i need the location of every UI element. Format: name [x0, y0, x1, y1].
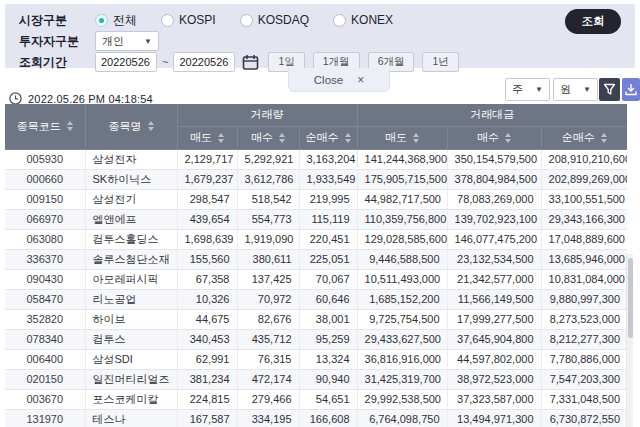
table-row[interactable]: 006400삼성SDI62,99176,31513,32436,816,916,… [5, 349, 627, 369]
value-net-cell: 33,100,551,500 [541, 189, 627, 209]
filter-button[interactable] [599, 78, 620, 101]
sort-icon[interactable] [279, 133, 285, 143]
radio-market-kosdaq[interactable]: KOSDAQ [240, 13, 309, 27]
funnel-icon [603, 83, 616, 96]
radio-icon [240, 14, 253, 27]
table-row[interactable]: 352820하이브44,67582,67638,0019,725,754,500… [5, 309, 627, 329]
volume-buy-cell: 518,542 [237, 189, 299, 209]
vertical-scrollbar[interactable] [626, 254, 633, 427]
table-row[interactable]: 090430아모레퍼시픽67,358137,42570,06710,511,49… [5, 269, 627, 289]
period-1year-button[interactable]: 1년 [422, 52, 458, 72]
sort-icon[interactable] [345, 133, 351, 143]
stock-table: 종목코드 종목명 거래량 거래대금 매도 [5, 104, 633, 427]
search-button[interactable]: 조회 [565, 9, 621, 34]
stock-name-cell: 리노공업 [85, 289, 177, 309]
value-sell-cell: 10,511,493,000 [357, 269, 447, 289]
table-row[interactable]: 336370솔루스첨단소재155,560380,611225,0519,446,… [5, 249, 627, 269]
download-button[interactable] [622, 78, 640, 101]
col-header-value-net[interactable]: 순매수 [541, 126, 627, 149]
value-buy-cell: 13,494,971,300 [447, 409, 541, 427]
volume-buy-cell: 334,195 [237, 409, 299, 427]
table-row[interactable]: 000660SK하이닉스1,679,2373,612,7861,933,5491… [5, 169, 627, 189]
volume-net-cell: 95,259 [299, 329, 357, 349]
sort-icon[interactable] [148, 121, 154, 131]
radio-icon [333, 14, 346, 27]
volume-buy-cell: 554,773 [237, 209, 299, 229]
table-row[interactable]: 005930삼성전자2,129,7175,292,9213,163,204141… [5, 149, 627, 169]
investor-filter-row: 투자자구분 개인 ▼ [19, 31, 635, 51]
col-header-stock-code[interactable]: 종목코드 [5, 104, 85, 149]
col-header-volume-net[interactable]: 순매수 [299, 126, 357, 149]
group-header-volume: 거래량 [177, 104, 357, 126]
value-sell-cell: 31,425,319,700 [357, 369, 447, 389]
value-buy-cell: 37,323,587,000 [447, 389, 541, 409]
col-header-volume-sell[interactable]: 매도 [177, 126, 237, 149]
col-header-stock-name[interactable]: 종목명 [85, 104, 177, 149]
volume-sell-cell: 2,129,717 [177, 149, 237, 169]
value-buy-cell: 350,154,579,500 [447, 149, 541, 169]
value-net-cell: 29,343,166,300 [541, 209, 627, 229]
close-tab[interactable]: Close × [288, 68, 390, 92]
close-icon[interactable]: × [357, 73, 364, 87]
volume-sell-cell: 44,675 [177, 309, 237, 329]
scrollbar-thumb[interactable] [628, 258, 633, 338]
market-filter-label: 시장구분 [19, 12, 95, 29]
table-row[interactable]: 131970테스나167,587334,195166,6086,764,098,… [5, 409, 627, 427]
radio-label: 전체 [113, 12, 137, 29]
group-header-value: 거래대금 [357, 104, 627, 126]
radio-market-all[interactable]: 전체 [95, 12, 137, 29]
stock-code-cell: 003670 [5, 389, 85, 409]
value-sell-cell: 36,816,916,000 [357, 349, 447, 369]
calendar-icon[interactable] [240, 52, 260, 72]
value-sell-cell: 175,905,715,500 [357, 169, 447, 189]
stock-name-cell: SK하이닉스 [85, 169, 177, 189]
unit-currency-select[interactable]: 원 ▼ [553, 78, 598, 101]
value-buy-cell: 11,566,149,500 [447, 289, 541, 309]
period-filter-label: 조회기간 [19, 54, 95, 71]
volume-buy-cell: 472,174 [237, 369, 299, 389]
sort-icon[interactable] [413, 133, 419, 143]
start-date-input[interactable] [95, 52, 157, 72]
col-header-value-buy[interactable]: 매수 [447, 126, 541, 149]
col-header-volume-buy[interactable]: 매수 [237, 126, 299, 149]
stock-name-cell: 일진머티리얼즈 [85, 369, 177, 389]
sort-icon[interactable] [218, 133, 224, 143]
volume-sell-cell: 67,358 [177, 269, 237, 289]
table-row[interactable]: 003670포스코케미칼224,815279,46654,65129,992,5… [5, 389, 627, 409]
sort-icon[interactable] [601, 133, 607, 143]
stock-query-screen: 시장구분 전체 KOSPI KOSDAQ KONEX [0, 0, 640, 427]
volume-net-cell: 60,646 [299, 289, 357, 309]
value-net-cell: 9,880,997,300 [541, 289, 627, 309]
stock-code-cell: 352820 [5, 309, 85, 329]
radio-market-kospi[interactable]: KOSPI [161, 13, 216, 27]
table-row[interactable]: 066970엘앤에프439,654554,773115,119110,359,7… [5, 209, 627, 229]
table-row[interactable]: 020150일진머티리얼즈381,234472,17490,94031,425,… [5, 369, 627, 389]
value-sell-cell: 110,359,756,800 [357, 209, 447, 229]
table-row[interactable]: 058470리노공업10,32670,97260,6461,685,152,20… [5, 289, 627, 309]
value-sell-cell: 29,992,538,500 [357, 389, 447, 409]
unit-share-select[interactable]: 주 ▼ [505, 78, 550, 101]
volume-net-cell: 13,324 [299, 349, 357, 369]
investor-select[interactable]: 개인 ▼ [95, 31, 159, 51]
stock-code-cell: 009150 [5, 189, 85, 209]
table-row[interactable]: 009150삼성전기298,547518,542219,99544,982,71… [5, 189, 627, 209]
volume-sell-cell: 340,453 [177, 329, 237, 349]
value-net-cell: 8,212,277,300 [541, 329, 627, 349]
stock-code-cell: 090430 [5, 269, 85, 289]
volume-net-cell: 166,608 [299, 409, 357, 427]
col-header-value-sell[interactable]: 매도 [357, 126, 447, 149]
stock-code-cell: 078340 [5, 329, 85, 349]
volume-buy-cell: 279,466 [237, 389, 299, 409]
table-row[interactable]: 078340컴투스340,453435,71295,25929,433,627,… [5, 329, 627, 349]
stock-name-cell: 엘앤에프 [85, 209, 177, 229]
stock-name-cell: 삼성전자 [85, 149, 177, 169]
sort-icon[interactable] [505, 133, 511, 143]
volume-buy-cell: 70,972 [237, 289, 299, 309]
sort-icon[interactable] [67, 121, 73, 131]
volume-sell-cell: 1,679,237 [177, 169, 237, 189]
radio-market-konex[interactable]: KONEX [333, 13, 393, 27]
volume-net-cell: 225,051 [299, 249, 357, 269]
stock-code-cell: 131970 [5, 409, 85, 427]
end-date-input[interactable] [173, 52, 235, 72]
table-row[interactable]: 063080컴투스홀딩스1,698,6391,919,090220,451129… [5, 229, 627, 249]
